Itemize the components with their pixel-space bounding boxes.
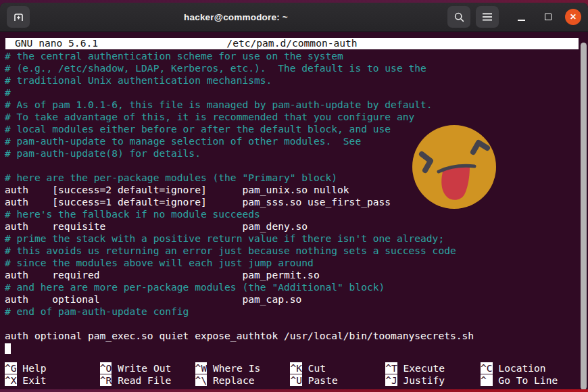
shortcut-key: ^O	[100, 362, 112, 374]
tongue-out-emoji-sticker	[410, 122, 499, 211]
terminal-line: # To take advantage of this, it is recom…	[5, 111, 474, 123]
terminal-line	[5, 160, 474, 172]
editor-content: # the central authentication scheme for …	[5, 50, 474, 342]
terminal-line	[5, 318, 474, 330]
terminal-line: # here's the fallback if no module succe…	[5, 208, 474, 220]
shortcut-label: Exit	[17, 374, 47, 386]
window-title: hacker@commodore: ~	[30, 12, 442, 22]
close-button[interactable]: ✕	[565, 9, 581, 25]
shortcut-hint: ^C Location	[481, 362, 576, 374]
search-icon	[454, 11, 465, 23]
shortcut-label: Execute	[397, 362, 445, 374]
shortcut-hint: ^G Help	[5, 362, 100, 374]
maximize-icon	[545, 14, 552, 20]
terminal-line: # prime the stack with a positive return…	[5, 232, 474, 245]
shortcut-key: ^C	[481, 362, 493, 374]
shortcut-key: ^G	[5, 362, 17, 374]
shortcut-label: Where Is	[207, 362, 260, 374]
shortcut-label: Paste	[302, 374, 338, 386]
shortcut-key: ^J	[385, 374, 397, 386]
terminal-line: # end of pam-auth-update config	[5, 305, 474, 318]
shortcut-hint: ^T Execute	[385, 362, 481, 374]
close-icon: ✕	[570, 12, 577, 22]
titlebar[interactable]: hacker@commodore: ~	[0, 3, 588, 32]
new-tab-icon	[13, 11, 24, 23]
shortcut-hint: ^W Where Is	[195, 362, 291, 374]
shortcut-hint: ^J Justify	[385, 374, 481, 387]
terminal-line: # the central authentication scheme for …	[5, 50, 474, 62]
shortcut-label: Help	[17, 362, 47, 374]
shortcut-hint: ^O Write Out	[100, 362, 195, 374]
terminal-line: # and here are more per-package modules …	[5, 281, 474, 293]
shortcut-key: ^T	[385, 362, 397, 374]
shortcut-label: Location	[493, 362, 546, 374]
shortcut-key: ^_	[481, 374, 493, 386]
text-cursor	[5, 343, 11, 354]
shortcut-hint: ^\ Replace	[195, 374, 291, 387]
terminal-line: auth required pam_permit.so	[5, 269, 474, 281]
shortcut-hint: ^K Cut	[290, 362, 385, 374]
shortcut-key: ^U	[290, 374, 302, 386]
terminal-line: auth [success=2 default=ignore] pam_unix…	[5, 184, 474, 196]
new-tab-button[interactable]	[7, 6, 30, 28]
titlebar-controls: ✕	[442, 6, 581, 28]
shortcut-key: ^X	[5, 374, 17, 386]
nano-file-path: /etc/pam.d/common-auth	[5, 37, 579, 49]
shortcut-hint: ^_ Go To Line	[481, 374, 576, 387]
maximize-button[interactable]	[539, 8, 557, 26]
menu-button[interactable]	[476, 6, 499, 28]
shortcut-label: Justify	[397, 374, 445, 386]
terminal-line: auth optional pam_cap.so	[5, 293, 474, 305]
shortcut-hint: ^R Read File	[100, 374, 195, 387]
terminal-line: # local modules either before or after t…	[5, 123, 474, 135]
terminal-line: # pam-auth-update(8) for details.	[5, 147, 474, 160]
desktop-background: hacker@commodore: ~	[0, 0, 588, 392]
terminal-line: # (e.g., /etc/shadow, LDAP, Kerberos, et…	[5, 62, 474, 74]
terminal-line: # since the modules above will each just…	[5, 257, 474, 269]
shortcut-label: Replace	[207, 374, 254, 386]
shortcut-label: Read File	[112, 374, 171, 386]
terminal-line: # As of pam 1.0.1-6, this file is manage…	[5, 99, 474, 111]
terminal-screen[interactable]: GNU nano 5.6.1 /etc/pam.d/common-auth # …	[0, 32, 588, 389]
shortcut-label: Go To Line	[493, 374, 558, 386]
terminal-line: # pam-auth-update to manage selection of…	[5, 135, 474, 147]
terminal-line: auth optional pam_exec.so quiet expose_a…	[5, 330, 474, 342]
shortcut-key: ^K	[290, 362, 302, 374]
terminal-line: # traditional Unix authentication mechan…	[5, 74, 474, 87]
nano-titlebar: GNU nano 5.6.1 /etc/pam.d/common-auth	[5, 38, 579, 49]
minimize-button[interactable]	[512, 8, 530, 26]
minimize-icon	[518, 20, 525, 21]
scrollbar[interactable]	[581, 43, 587, 389]
terminal-line: # this avoids us returning an error just…	[5, 245, 474, 257]
terminal-line: auth [success=1 default=ignore] pam_sss.…	[5, 196, 474, 208]
shortcut-hint: ^U Paste	[290, 374, 385, 387]
terminal-window: hacker@commodore: ~	[0, 3, 588, 389]
shortcut-hint: ^X Exit	[5, 374, 100, 387]
shortcut-label: Cut	[302, 362, 326, 374]
nano-shortcuts: ^G Help^O Write Out^W Where Is^K Cut^T E…	[5, 362, 576, 387]
shortcut-key: ^R	[100, 374, 112, 386]
hamburger-menu-icon	[482, 12, 493, 22]
terminal-line: # here are the per-package modules (the …	[5, 172, 474, 184]
terminal-line: auth requisite pam_deny.so	[5, 220, 474, 232]
shortcut-label: Write Out	[112, 362, 171, 374]
shortcut-key: ^\	[195, 374, 207, 386]
terminal-line: #	[5, 87, 474, 99]
search-button[interactable]	[447, 6, 470, 28]
shortcut-key: ^W	[195, 362, 207, 374]
